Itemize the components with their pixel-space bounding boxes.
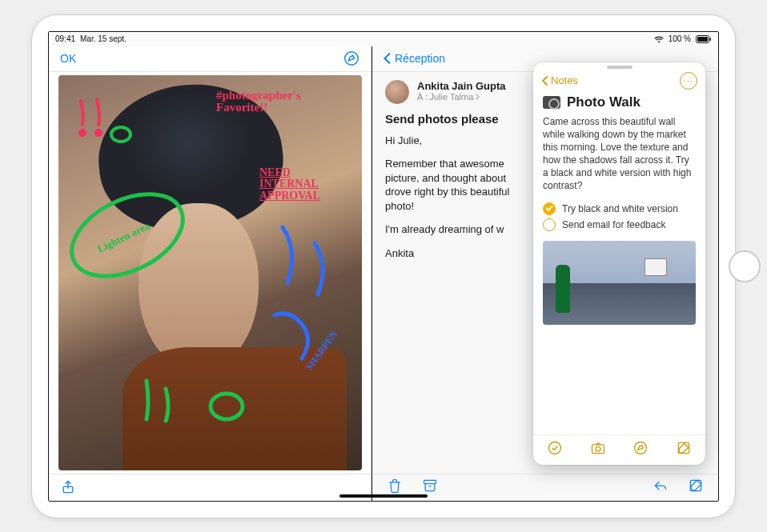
camera-icon — [543, 96, 560, 109]
note-attached-photo[interactable] — [543, 241, 696, 325]
svg-point-15 — [635, 442, 647, 454]
annotation-photographers-favorite: #photographer's Favorite!! — [216, 90, 352, 115]
status-bar: 09:41 Mar. 15 sept. 100 % — [49, 32, 718, 46]
wifi-icon — [654, 35, 664, 43]
battery-icon — [696, 35, 712, 43]
svg-point-8 — [211, 394, 243, 419]
ipad-screen: 09:41 Mar. 15 sept. 100 % OK — [48, 31, 719, 502]
svg-rect-10 — [424, 480, 436, 483]
markup-canvas[interactable]: #photographer's Favorite!! NEED INTERNAL… — [58, 75, 362, 470]
share-icon[interactable] — [60, 479, 76, 495]
mail-body-text-1: Remember that awesome picture, and thoug… — [385, 157, 521, 213]
svg-rect-13 — [592, 445, 604, 454]
status-time: 09:41 — [55, 34, 75, 43]
status-date: Mar. 15 sept. — [80, 34, 126, 43]
markup-app: OK — [49, 46, 372, 501]
annotation-need-internal-approval: NEED INTERNAL APPROVAL — [259, 167, 347, 202]
markup-pen-icon[interactable] — [343, 50, 360, 67]
note-checklist: Try black and white version Send email f… — [533, 199, 705, 234]
svg-point-6 — [111, 127, 131, 142]
checkbox-unchecked-icon[interactable] — [543, 218, 556, 231]
mail-to-prefix: À : — [417, 92, 428, 102]
notes-back-button[interactable]: Notes — [541, 74, 578, 86]
checklist-label: Try black and white version — [562, 203, 678, 214]
svg-point-5 — [96, 130, 101, 135]
notes-more-icon[interactable]: ··· — [680, 72, 697, 90]
mail-signoff: Ankita — [385, 246, 521, 261]
status-battery-pct: 100 % — [669, 34, 691, 43]
mail-back-button[interactable]: Réception — [382, 52, 445, 65]
annotation-lighten-oval-icon — [63, 187, 199, 299]
checklist-label: Send email for feedback — [562, 219, 665, 230]
checklist-item[interactable]: Send email for feedback — [543, 218, 696, 231]
annotation-exclaim-icon — [73, 94, 145, 150]
photo-figure — [556, 265, 570, 313]
home-button[interactable] — [729, 250, 761, 282]
mail-greeting: Hi Julie, — [385, 134, 521, 148]
notes-new-icon[interactable] — [676, 440, 692, 459]
mail-back-label: Réception — [395, 52, 445, 65]
mail-sender-name[interactable]: Ankita Jain Gupta — [417, 80, 506, 92]
mail-body-text-2: I'm already dreaming of w — [385, 222, 521, 237]
avatar[interactable] — [385, 80, 409, 104]
mail-recipient-name: Julie Talma — [429, 92, 473, 102]
reply-icon[interactable] — [653, 478, 669, 497]
chevron-left-icon — [541, 76, 549, 86]
photo-window — [645, 258, 667, 276]
notes-back-label: Notes — [551, 74, 578, 86]
notes-checklist-icon[interactable] — [547, 440, 563, 459]
svg-point-12 — [548, 442, 560, 454]
svg-rect-1 — [697, 37, 708, 42]
note-title: Photo Walk — [567, 94, 641, 110]
checklist-item[interactable]: Try black and white version — [543, 202, 696, 215]
mail-recipient[interactable]: À : Julie Talma — [417, 92, 506, 102]
svg-point-3 — [345, 52, 359, 66]
notes-markup-icon[interactable] — [632, 440, 649, 459]
svg-point-14 — [596, 446, 600, 451]
ok-button[interactable]: OK — [60, 52, 76, 65]
svg-point-4 — [80, 130, 85, 135]
notes-slideover[interactable]: Notes ··· Photo Walk Came across this be… — [533, 62, 705, 465]
note-body-text[interactable]: Came across this beautiful wall while wa… — [533, 114, 705, 199]
annotation-green-doodles-icon — [139, 374, 267, 438]
compose-icon[interactable] — [688, 478, 704, 497]
home-indicator[interactable] — [339, 494, 428, 498]
svg-rect-2 — [710, 38, 712, 41]
notes-camera-icon[interactable] — [590, 440, 606, 459]
checkbox-checked-icon[interactable] — [543, 202, 556, 215]
chevron-right-icon — [475, 94, 481, 100]
chevron-left-icon — [382, 53, 393, 64]
